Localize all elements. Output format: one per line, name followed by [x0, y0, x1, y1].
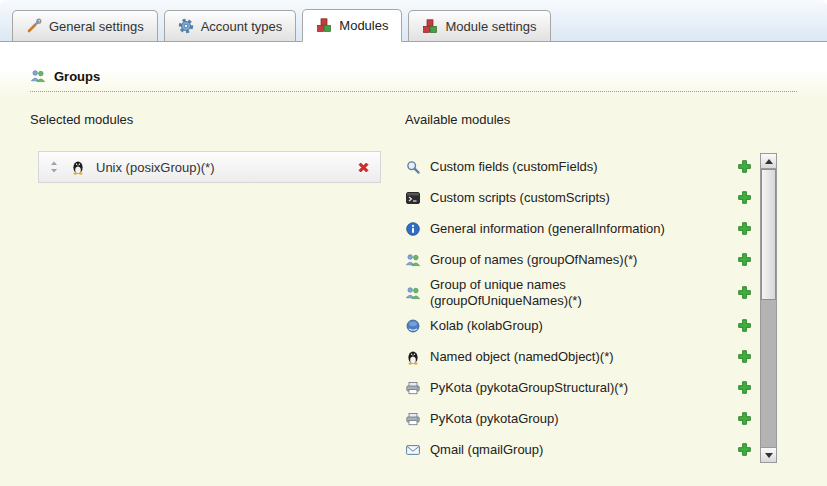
- add-module-button[interactable]: [736, 285, 752, 301]
- module-label: Custom scripts (customScripts): [430, 188, 610, 208]
- available-modules-heading: Available modules: [405, 112, 797, 127]
- search-icon: [405, 159, 421, 175]
- selected-modules-panel: Selected modules Unix (posixGroup)(*): [30, 112, 405, 465]
- scrollbar-track[interactable]: [760, 169, 777, 447]
- scroll-up-icon: [765, 159, 773, 164]
- modules-icon: [316, 17, 332, 33]
- add-module-button[interactable]: [736, 318, 752, 334]
- scrollbar[interactable]: [760, 153, 777, 463]
- module-label: General information (generalInformation): [430, 219, 665, 239]
- scroll-down-icon: [765, 453, 773, 458]
- tab-label: Modules: [339, 18, 388, 33]
- tab-bar: General settings Account types Modules M…: [0, 0, 827, 42]
- tab-module-settings[interactable]: Module settings: [408, 10, 550, 41]
- group-icon: [405, 285, 421, 301]
- group-icon: [405, 252, 421, 268]
- groups-icon: [30, 68, 46, 84]
- tab-modules[interactable]: Modules: [302, 9, 402, 42]
- tab-account-types[interactable]: Account types: [164, 10, 297, 41]
- module-label: Qmail (qmailGroup): [430, 440, 543, 460]
- gear-icon: [178, 18, 194, 34]
- drag-handle-icon[interactable]: [48, 159, 60, 175]
- module-label: Group of names (groupOfNames)(*): [430, 250, 637, 270]
- tab-label: Module settings: [445, 19, 536, 34]
- add-module-button[interactable]: [736, 252, 752, 268]
- available-module-row: Custom fields (customFields): [405, 151, 752, 182]
- modules-columns: Selected modules Unix (posixGroup)(*) Av…: [30, 112, 797, 465]
- modules-tab-content: Groups Selected modules Unix (posixGroup…: [0, 68, 827, 486]
- available-module-row: Named object (namedObject)(*): [405, 341, 752, 372]
- modules-icon: [422, 18, 438, 34]
- add-module-button[interactable]: [736, 442, 752, 458]
- available-module-row: PyKota (pykotaGroupStructural)(*): [405, 372, 752, 403]
- module-label: Kolab (kolabGroup): [430, 316, 543, 336]
- available-module-row: Custom scripts (customScripts): [405, 182, 752, 213]
- groups-section-header: Groups: [30, 68, 797, 92]
- groups-section-title: Groups: [54, 69, 100, 84]
- add-module-button[interactable]: [736, 349, 752, 365]
- available-modules-panel: Available modules Custom fields (customF…: [405, 112, 797, 465]
- selected-modules-heading: Selected modules: [30, 112, 405, 127]
- available-module-row: PyKota (pykotaGroup): [405, 403, 752, 434]
- scroll-down-button[interactable]: [760, 447, 777, 463]
- printer-icon: [405, 380, 421, 396]
- info-icon: [405, 221, 421, 237]
- tab-general-settings[interactable]: General settings: [12, 10, 158, 41]
- add-module-button[interactable]: [736, 411, 752, 427]
- scrollbar-thumb[interactable]: [761, 169, 776, 300]
- remove-module-button[interactable]: [355, 159, 371, 175]
- add-module-button[interactable]: [736, 159, 752, 175]
- available-modules-list: Custom fields (customFields) Custom scri…: [405, 151, 797, 465]
- module-label: Custom fields (customFields): [430, 157, 598, 177]
- available-module-row: Qmail (qmailGroup): [405, 434, 752, 465]
- add-module-button[interactable]: [736, 380, 752, 396]
- add-module-button[interactable]: [736, 190, 752, 206]
- available-module-row: General information (generalInformation): [405, 213, 752, 244]
- module-label: PyKota (pykotaGroup): [430, 409, 559, 429]
- add-module-button[interactable]: [736, 221, 752, 237]
- selected-module-row: Unix (posixGroup)(*): [38, 151, 381, 183]
- module-label: Unix (posixGroup)(*): [96, 160, 345, 175]
- available-modules-list-wrap: Custom fields (customFields) Custom scri…: [405, 151, 797, 465]
- module-label: PyKota (pykotaGroupStructural)(*): [430, 378, 628, 398]
- scroll-up-button[interactable]: [760, 153, 777, 169]
- script-icon: [405, 190, 421, 206]
- available-module-row: Group of names (groupOfNames)(*): [405, 244, 752, 275]
- tab-label: General settings: [49, 19, 144, 34]
- module-label: Group of unique names (groupOfUniqueName…: [430, 275, 702, 310]
- available-module-row: Group of unique names (groupOfUniqueName…: [405, 275, 752, 310]
- tux-icon: [405, 349, 421, 365]
- available-module-row: Kolab (kolabGroup): [405, 310, 752, 341]
- printer-icon: [405, 411, 421, 427]
- module-label: Named object (namedObject)(*): [430, 347, 614, 367]
- lam-configuration-page: General settings Account types Modules M…: [0, 0, 827, 486]
- kolab-icon: [405, 318, 421, 334]
- tux-icon: [70, 159, 86, 175]
- tab-label: Account types: [201, 19, 283, 34]
- tools-icon: [26, 18, 42, 34]
- mail-icon: [405, 442, 421, 458]
